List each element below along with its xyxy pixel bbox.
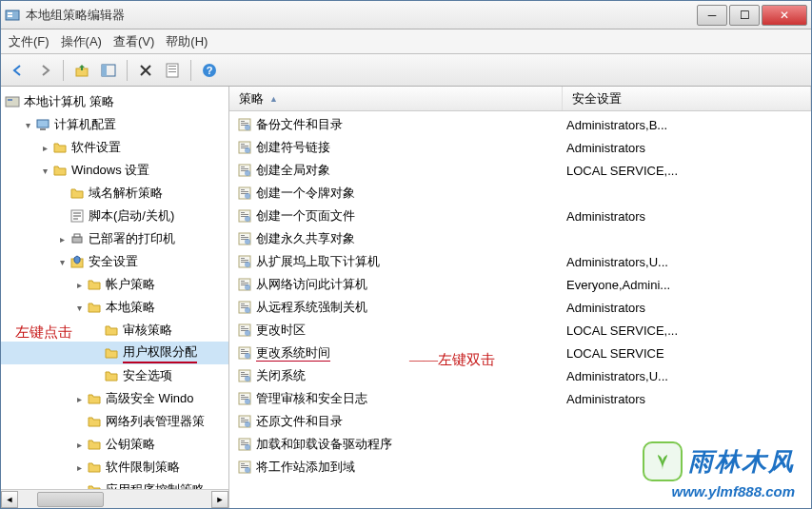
tree-body[interactable]: 本地计算机 策略▾计算机配置▸软件设置▾Windows 设置 域名解析策略 脚本… — [1, 87, 228, 489]
tree-item-label: 审核策略 — [123, 322, 172, 339]
expander-icon[interactable] — [73, 416, 85, 427]
tree-item[interactable]: 脚本(启动/关机) — [1, 205, 228, 227]
list-row[interactable]: 更改系统时间LOCAL SERVICE — [229, 342, 811, 364]
tree-item-label: 本地策略 — [106, 299, 155, 316]
menu-action[interactable]: 操作(A) — [61, 33, 102, 50]
list-row[interactable]: 备份文件和目录Administrators,B... — [229, 113, 811, 136]
tree-item[interactable]: ▸已部署的打印机 — [1, 227, 228, 250]
expander-icon[interactable]: ▾ — [22, 119, 33, 130]
expander-icon[interactable]: ▾ — [39, 165, 50, 176]
expander-icon[interactable]: ▾ — [56, 256, 68, 267]
scroll-thumb[interactable] — [37, 492, 104, 507]
minimize-button[interactable]: ─ — [697, 5, 727, 26]
tree-item[interactable]: 网络列表管理器策 — [1, 410, 228, 433]
tree-item[interactable]: ▸帐户策略 — [1, 273, 228, 296]
expander-icon[interactable]: ▸ — [73, 279, 85, 290]
menu-view[interactable]: 查看(V) — [113, 33, 154, 50]
policy-cell: 创建一个令牌对象 — [229, 185, 563, 202]
tree-item[interactable]: ▸软件限制策略 — [1, 456, 228, 479]
expander-icon[interactable]: ▸ — [73, 461, 85, 473]
list-row[interactable]: 创建全局对象LOCAL SERVICE,... — [229, 159, 811, 182]
expander-icon[interactable]: ▸ — [73, 393, 85, 404]
tree-item[interactable]: 用户权限分配 — [1, 342, 228, 364]
back-button[interactable] — [7, 59, 30, 82]
security-cell: Administrators — [563, 392, 811, 406]
list-row[interactable]: 更改时区LOCAL SERVICE,... — [229, 319, 811, 342]
tree-item[interactable]: 审核策略 — [1, 319, 228, 342]
policy-name: 创建一个页面文件 — [256, 207, 355, 225]
column-policy[interactable]: 策略▲ — [229, 87, 563, 110]
list-row[interactable]: 关闭系统Administrators,U... — [229, 364, 811, 387]
svg-rect-26 — [241, 144, 245, 145]
tree-item[interactable]: ▸软件设置 — [1, 136, 228, 159]
tree-item-label: 域名解析策略 — [89, 185, 163, 202]
scroll-right-button[interactable]: ► — [211, 491, 228, 508]
list-row[interactable]: 创建一个页面文件Administrators — [229, 205, 811, 227]
scroll-left-button[interactable]: ◄ — [1, 491, 18, 508]
horizontal-scrollbar[interactable]: ◄ ► — [1, 489, 228, 508]
tree-item[interactable]: ▾本地策略 — [1, 296, 228, 319]
scroll-track[interactable] — [18, 491, 211, 508]
expander-icon[interactable]: ▸ — [56, 233, 68, 245]
folder-icon — [52, 140, 68, 155]
tree-item[interactable]: ▾安全设置 — [1, 250, 228, 273]
expander-icon[interactable]: ▸ — [39, 142, 50, 153]
app-icon — [5, 8, 20, 23]
tree-item-label: 软件设置 — [71, 139, 121, 156]
expander-icon[interactable] — [90, 370, 102, 382]
tree-item[interactable]: 安全选项 — [1, 364, 228, 387]
tree-item[interactable]: ▸应用程序控制策略 — [1, 479, 228, 489]
list-row[interactable]: 管理审核和安全日志Administrators — [229, 387, 811, 410]
svg-rect-72 — [241, 351, 248, 352]
security-cell: Administrators,U... — [563, 255, 811, 269]
expander-icon[interactable]: ▸ — [73, 439, 85, 450]
svg-rect-36 — [241, 189, 245, 190]
expander-icon[interactable]: ▾ — [73, 302, 85, 313]
policy-name: 创建一个令牌对象 — [256, 185, 355, 202]
delete-button[interactable] — [134, 59, 157, 82]
list-row[interactable]: 创建永久共享对象 — [229, 227, 811, 250]
watermark-url: www.ylmf888.com — [643, 483, 795, 499]
close-button[interactable]: ✕ — [762, 5, 807, 26]
tree-item[interactable]: ▾Windows 设置 — [1, 159, 228, 182]
policy-name: 从远程系统强制关机 — [256, 299, 367, 316]
tree-item-label: 脚本(启动/关机) — [89, 207, 174, 225]
policy-name: 创建符号链接 — [256, 139, 330, 156]
menu-help[interactable]: 帮助(H) — [166, 33, 208, 50]
expander-icon[interactable] — [56, 187, 68, 199]
svg-rect-82 — [241, 397, 248, 398]
list-row[interactable]: 还原文件和目录 — [229, 410, 811, 433]
tree-item[interactable]: 域名解析策略 — [1, 182, 228, 205]
properties-button[interactable] — [161, 59, 184, 82]
folder-icon — [87, 437, 102, 452]
expander-icon[interactable]: ▸ — [73, 484, 85, 489]
show-hide-tree-button[interactable] — [97, 59, 120, 82]
list-row[interactable]: 从网络访问此计算机Everyone,Admini... — [229, 273, 811, 296]
menu-file[interactable]: 文件(F) — [9, 33, 50, 50]
list-row[interactable]: 从远程系统强制关机Administrators — [229, 296, 811, 319]
security-cell: Administrators — [563, 209, 811, 224]
list-row[interactable]: 创建符号链接Administrators — [229, 136, 811, 159]
window-title: 本地组策略编辑器 — [26, 7, 697, 24]
tree-item[interactable]: ▸高级安全 Windo — [1, 387, 228, 410]
column-security[interactable]: 安全设置 — [563, 87, 811, 110]
tree-item[interactable]: ▸公钥策略 — [1, 433, 228, 456]
tree-root[interactable]: 本地计算机 策略 — [1, 90, 228, 113]
policy-name: 加载和卸载设备驱动程序 — [256, 436, 392, 453]
expander-icon[interactable] — [90, 324, 102, 336]
tree-item-label: 高级安全 Windo — [106, 390, 193, 407]
forward-button[interactable] — [33, 59, 56, 82]
list-row[interactable]: 从扩展坞上取下计算机Administrators,U... — [229, 250, 811, 273]
maximize-button[interactable]: ☐ — [729, 5, 760, 26]
up-button[interactable] — [70, 59, 93, 82]
expander-icon[interactable] — [90, 347, 102, 359]
help-button[interactable]: ? — [198, 59, 221, 82]
svg-rect-22 — [241, 123, 248, 124]
svg-rect-31 — [241, 166, 245, 167]
tree-item[interactable]: ▾计算机配置 — [1, 113, 228, 136]
menubar: 文件(F) 操作(A) 查看(V) 帮助(H) — [1, 29, 811, 54]
list-row[interactable]: 创建一个令牌对象 — [229, 182, 811, 205]
column-policy-label: 策略 — [239, 90, 264, 108]
expander-icon[interactable] — [56, 210, 68, 222]
printer-icon — [69, 231, 85, 246]
